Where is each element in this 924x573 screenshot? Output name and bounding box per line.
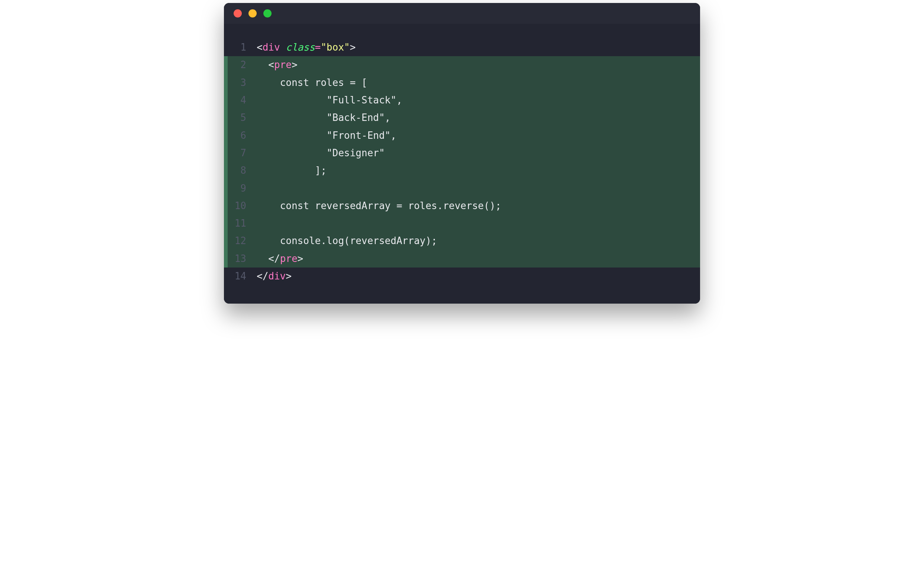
code-window: 1<div class="box">2 <pre>3 const roles =… (224, 3, 700, 304)
highlight-edge (224, 74, 228, 92)
token-tag: div (263, 42, 280, 53)
highlight-edge (224, 56, 228, 74)
window-minimize-button[interactable] (249, 9, 257, 17)
code-content[interactable]: console.log(reversedArray); (255, 232, 700, 250)
token-text (257, 253, 268, 264)
highlight-edge (224, 127, 228, 144)
token-punct: > (298, 253, 303, 264)
line-number: 1 (228, 39, 255, 56)
code-content[interactable]: "Back-End", (255, 109, 700, 127)
highlight-edge (224, 268, 228, 285)
line-number: 14 (228, 268, 255, 285)
line-number: 8 (228, 162, 255, 179)
line-number: 10 (228, 197, 255, 215)
token-attr: class (286, 42, 315, 53)
line-number: 13 (228, 250, 255, 268)
token-punct: > (292, 59, 298, 70)
code-line[interactable]: 10 const reversedArray = roles.reverse()… (224, 197, 700, 215)
highlight-edge (224, 215, 228, 232)
line-number: 4 (228, 92, 255, 109)
code-line[interactable]: 12 console.log(reversedArray); (224, 232, 700, 250)
code-content[interactable]: "Full-Stack", (255, 92, 700, 109)
window-maximize-button[interactable] (263, 9, 272, 17)
highlight-edge (224, 197, 228, 215)
token-text: "Back-End", (257, 112, 391, 123)
code-content[interactable]: ]; (255, 162, 700, 179)
token-punct: </ (268, 253, 280, 264)
line-number: 7 (228, 144, 255, 162)
code-line[interactable]: 13 </pre> (224, 250, 700, 268)
token-eq: = (315, 42, 321, 53)
code-content[interactable]: "Designer" (255, 144, 700, 162)
token-text: const reversedArray = roles.reverse(); (257, 200, 501, 211)
code-content[interactable]: const roles = [ (255, 74, 700, 92)
code-line[interactable]: 2 <pre> (224, 56, 700, 74)
code-line[interactable]: 3 const roles = [ (224, 74, 700, 92)
token-punct: </ (257, 271, 268, 282)
code-content[interactable]: <div class="box"> (255, 39, 700, 56)
line-number: 2 (228, 56, 255, 74)
code-line[interactable]: 1<div class="box"> (224, 39, 700, 56)
code-line[interactable]: 7 "Designer" (224, 144, 700, 162)
code-content[interactable]: const reversedArray = roles.reverse(); (255, 197, 700, 215)
code-line[interactable]: 11 (224, 215, 700, 232)
titlebar (224, 3, 700, 24)
token-text: "Designer" (257, 147, 385, 158)
line-number: 6 (228, 127, 255, 144)
line-number: 3 (228, 74, 255, 92)
highlight-edge (224, 144, 228, 162)
code-line[interactable]: 4 "Full-Stack", (224, 92, 700, 109)
token-text: "Front-End", (257, 130, 397, 141)
code-line[interactable]: 14</div> (224, 268, 700, 285)
code-line[interactable]: 9 (224, 180, 700, 197)
highlight-edge (224, 232, 228, 250)
highlight-edge (224, 250, 228, 268)
token-punct: < (257, 42, 263, 53)
token-text: const roles = [ (257, 77, 367, 88)
highlight-edge (224, 162, 228, 179)
code-content[interactable]: </pre> (255, 250, 700, 268)
highlight-edge (224, 180, 228, 197)
code-content[interactable]: </div> (255, 268, 700, 285)
highlight-edge (224, 39, 228, 56)
highlight-edge (224, 92, 228, 109)
token-text (280, 42, 286, 53)
token-tag: pre (274, 59, 292, 70)
code-line[interactable]: 8 ]; (224, 162, 700, 179)
code-content[interactable]: <pre> (255, 56, 700, 74)
line-number: 9 (228, 180, 255, 197)
code-editor[interactable]: 1<div class="box">2 <pre>3 const roles =… (224, 24, 700, 304)
token-punct: > (286, 271, 292, 282)
code-line[interactable]: 5 "Back-End", (224, 109, 700, 127)
line-number: 11 (228, 215, 255, 232)
line-number: 12 (228, 232, 255, 250)
token-text: "Full-Stack", (257, 94, 402, 106)
line-number: 5 (228, 109, 255, 127)
code-line[interactable]: 6 "Front-End", (224, 127, 700, 144)
highlight-edge (224, 109, 228, 127)
token-text: ]; (257, 165, 327, 176)
token-tag: pre (280, 253, 298, 264)
token-punct: > (350, 42, 356, 53)
token-string: "box" (321, 42, 350, 53)
token-text: console.log(reversedArray); (257, 235, 437, 246)
code-content[interactable]: "Front-End", (255, 127, 700, 144)
token-tag: div (268, 271, 286, 282)
token-text (257, 59, 268, 70)
window-close-button[interactable] (234, 9, 242, 17)
token-punct: < (268, 59, 274, 70)
